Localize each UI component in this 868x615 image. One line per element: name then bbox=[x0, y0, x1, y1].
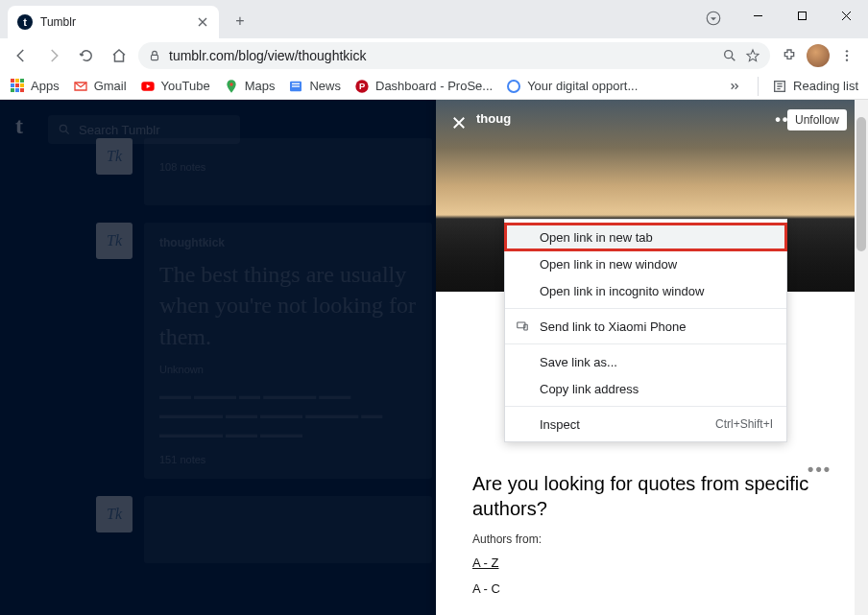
window-minimize-button[interactable] bbox=[735, 0, 780, 31]
nav-forward-button[interactable] bbox=[40, 42, 67, 69]
svg-point-8 bbox=[229, 83, 232, 85]
bookmark-label: Your digital opport... bbox=[527, 79, 638, 93]
svg-point-6 bbox=[846, 59, 848, 60]
browser-tab[interactable]: t Tumblr bbox=[8, 6, 219, 38]
window-titlebar: t Tumblr + bbox=[0, 0, 868, 38]
bookmark-label: Maps bbox=[245, 79, 276, 93]
ctx-label: Save link as... bbox=[540, 355, 617, 369]
bookmark-news[interactable]: News bbox=[288, 79, 341, 94]
ctx-open-incognito[interactable]: Open link in incognito window bbox=[505, 277, 786, 304]
maps-icon bbox=[224, 79, 239, 94]
nav-reload-button[interactable] bbox=[73, 42, 100, 69]
bookmark-label: Apps bbox=[31, 79, 60, 93]
bookmarks-bar: Apps Gmail YouTube Maps News P Dashboard… bbox=[0, 73, 868, 100]
svg-rect-11 bbox=[292, 85, 300, 86]
panel-scrollbar-track[interactable] bbox=[855, 100, 868, 615]
window-close-button[interactable] bbox=[824, 0, 868, 31]
ctx-send-link[interactable]: Send link to Xiaomi Phone bbox=[505, 313, 786, 340]
ctx-separator bbox=[505, 406, 786, 407]
lock-icon bbox=[148, 49, 161, 62]
bookmark-youtube[interactable]: YouTube bbox=[140, 79, 210, 94]
svg-point-3 bbox=[725, 51, 733, 59]
svg-rect-2 bbox=[152, 55, 158, 59]
svg-rect-18 bbox=[524, 324, 528, 330]
account-dropdown-icon[interactable] bbox=[699, 4, 728, 33]
reading-list-button[interactable]: Reading list bbox=[772, 79, 858, 94]
bookmark-apps[interactable]: Apps bbox=[10, 79, 60, 94]
reading-list-icon bbox=[772, 79, 787, 94]
new-tab-button[interactable]: + bbox=[227, 8, 253, 35]
zoom-icon[interactable] bbox=[722, 48, 737, 63]
blog-post-card: ••• Are you looking for quotes from spec… bbox=[455, 455, 835, 616]
page-content: t Search Tumblr Tk 108 notes Tk thoughtk… bbox=[0, 100, 868, 615]
author-link[interactable]: A - Z bbox=[472, 556, 818, 570]
apps-icon bbox=[10, 79, 25, 94]
bookmark-label: News bbox=[309, 79, 341, 93]
nav-home-button[interactable] bbox=[106, 42, 133, 69]
svg-point-4 bbox=[846, 50, 848, 52]
ctx-label: Open link in incognito window bbox=[540, 284, 704, 298]
bookmark-label: Dashboard - ProSe... bbox=[375, 79, 493, 93]
bookmark-digital[interactable]: Your digital opport... bbox=[506, 79, 638, 94]
ctx-label: Copy link address bbox=[540, 382, 639, 396]
svg-text:P: P bbox=[359, 82, 365, 91]
url-text: tumblr.com/blog/view/thoughtkick bbox=[169, 48, 714, 63]
tab-title: Tumblr bbox=[40, 15, 188, 29]
gmail-icon bbox=[73, 79, 88, 94]
tab-close-icon[interactable] bbox=[196, 15, 209, 29]
ctx-label: Inspect bbox=[540, 417, 580, 432]
ctx-label: Open link in new tab bbox=[540, 230, 653, 245]
bookmark-label: Gmail bbox=[94, 79, 127, 93]
browser-menu-icon[interactable] bbox=[833, 42, 860, 69]
ctx-shortcut: Ctrl+Shift+I bbox=[715, 417, 773, 431]
profile-avatar[interactable] bbox=[807, 44, 830, 67]
ctx-label: Send link to Xiaomi Phone bbox=[540, 319, 686, 334]
svg-point-14 bbox=[508, 81, 519, 92]
post-more-icon[interactable]: ••• bbox=[808, 460, 832, 480]
bookmark-dashboard[interactable]: P Dashboard - ProSe... bbox=[354, 79, 493, 94]
nav-back-button[interactable] bbox=[8, 42, 35, 69]
pinterest-icon: P bbox=[354, 79, 370, 94]
address-bar[interactable]: tumblr.com/blog/view/thoughtkick bbox=[138, 42, 770, 69]
context-menu: Open link in new tab Open link in new wi… bbox=[504, 219, 787, 442]
youtube-icon bbox=[140, 79, 156, 94]
bookmark-label: Reading list bbox=[793, 79, 858, 93]
ctx-separator bbox=[505, 308, 786, 309]
unfollow-button[interactable]: Unfollow bbox=[787, 109, 847, 130]
ctx-copy-link[interactable]: Copy link address bbox=[505, 375, 786, 402]
bookmark-label: YouTube bbox=[161, 79, 210, 93]
blog-slug[interactable]: thoug bbox=[476, 111, 511, 126]
svg-rect-10 bbox=[292, 83, 300, 83]
ctx-separator bbox=[505, 343, 786, 344]
ctx-inspect[interactable]: Inspect Ctrl+Shift+I bbox=[505, 411, 786, 438]
bookmarks-overflow-icon[interactable] bbox=[729, 79, 744, 94]
bookmark-gmail[interactable]: Gmail bbox=[73, 79, 127, 94]
news-icon bbox=[288, 79, 303, 94]
ctx-label: Open link in new window bbox=[540, 257, 677, 272]
device-icon bbox=[515, 319, 530, 334]
tumblr-favicon: t bbox=[17, 14, 33, 30]
window-maximize-button[interactable] bbox=[780, 0, 824, 31]
panel-close-icon[interactable] bbox=[446, 109, 472, 136]
bookmark-maps[interactable]: Maps bbox=[224, 79, 276, 94]
svg-point-5 bbox=[846, 55, 848, 57]
ctx-open-new-tab[interactable]: Open link in new tab bbox=[505, 224, 786, 250]
extensions-icon[interactable] bbox=[776, 42, 803, 69]
panel-scrollbar-thumb[interactable] bbox=[856, 117, 866, 251]
browser-toolbar: tumblr.com/blog/view/thoughtkick bbox=[0, 38, 868, 73]
post-heading: Are you looking for quotes from specific… bbox=[472, 471, 818, 521]
svg-rect-1 bbox=[798, 12, 806, 19]
ctx-open-new-window[interactable]: Open link in new window bbox=[505, 250, 786, 277]
google-icon bbox=[506, 79, 521, 94]
ctx-save-link-as[interactable]: Save link as... bbox=[505, 348, 786, 375]
author-link[interactable]: A - C bbox=[472, 581, 818, 596]
post-label: Authors from: bbox=[472, 532, 818, 546]
bookmark-star-icon[interactable] bbox=[745, 48, 760, 63]
